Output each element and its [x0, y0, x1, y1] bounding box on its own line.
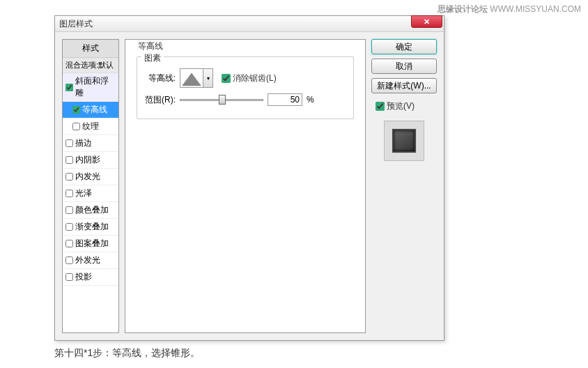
cancel-button[interactable]: 取消	[371, 59, 437, 74]
style-label: 渐变叠加	[75, 221, 109, 233]
style-label: 外发光	[75, 254, 100, 266]
style-item[interactable]: 渐变叠加	[63, 219, 118, 236]
dialog-body: 样式 混合选项:默认 斜面和浮雕等高线纹理描边内阴影内发光光泽颜色叠加渐变叠加图…	[55, 32, 444, 340]
style-label: 纹理	[82, 121, 99, 132]
contour-row: 等高线: ▾ 消除锯齿(L)	[144, 68, 346, 88]
watermark-bold: 思缘设计论坛	[438, 4, 488, 14]
style-label: 斜面和浮雕	[75, 75, 116, 99]
style-label: 颜色叠加	[75, 204, 109, 216]
contour-group: 等高线 图素 等高线: ▾ 消除锯齿	[131, 45, 359, 125]
watermark: 思缘设计论坛 WWW.MISSYUAN.COM	[438, 3, 581, 15]
style-checkbox[interactable]	[65, 273, 73, 281]
style-item[interactable]: 光泽	[63, 185, 118, 202]
style-checkbox[interactable]	[65, 84, 73, 91]
contour-label: 等高线:	[144, 72, 176, 84]
preview-thumbnail	[384, 121, 424, 161]
range-row: 范围(R): %	[144, 93, 346, 106]
caption: 第十四*1步：等高线，选择锥形。	[54, 347, 200, 360]
elements-group-label: 图素	[141, 52, 164, 64]
style-item[interactable]: 内阴影	[63, 152, 118, 169]
style-checkbox[interactable]	[72, 123, 80, 130]
style-item[interactable]: 图案叠加	[63, 236, 118, 252]
style-label: 等高线	[82, 104, 107, 116]
style-label: 投影	[75, 271, 92, 283]
style-checkbox[interactable]	[65, 139, 73, 147]
dialog-title: 图层样式	[59, 18, 93, 30]
right-column: 确定 取消 新建样式(W)... 预览(V)	[371, 39, 437, 333]
contour-picker[interactable]	[180, 68, 203, 88]
preview-checkbox-wrap[interactable]: 预览(V)	[376, 100, 437, 112]
style-checkbox[interactable]	[65, 206, 73, 214]
antialias-checkbox-wrap[interactable]: 消除锯齿(L)	[222, 72, 277, 84]
svg-marker-0	[182, 73, 201, 86]
contour-dropdown-arrow[interactable]: ▾	[203, 68, 213, 88]
style-label: 光泽	[75, 187, 92, 199]
layer-style-dialog: 图层样式 ✕ 样式 混合选项:默认 斜面和浮雕等高线纹理描边内阴影内发光光泽颜色…	[54, 15, 444, 341]
style-label: 内发光	[75, 171, 100, 183]
style-label: 描边	[75, 137, 92, 149]
style-item[interactable]: 颜色叠加	[63, 202, 118, 219]
preview-checkbox[interactable]	[376, 102, 385, 111]
style-checkbox[interactable]	[65, 256, 73, 264]
style-item[interactable]: 内发光	[63, 169, 118, 185]
style-item[interactable]: 纹理	[63, 118, 118, 135]
new-style-button[interactable]: 新建样式(W)...	[371, 78, 437, 93]
range-slider-thumb[interactable]	[219, 95, 226, 105]
style-label: 内阴影	[75, 154, 100, 166]
preview-swatch	[392, 129, 416, 153]
styles-header[interactable]: 样式	[63, 40, 118, 58]
style-checkbox[interactable]	[72, 106, 80, 114]
contour-group-label: 等高线	[135, 40, 166, 52]
elements-group: 图素 等高线: ▾ 消除锯齿(L)	[137, 56, 354, 119]
antialias-checkbox[interactable]	[222, 74, 231, 83]
style-checkbox[interactable]	[65, 156, 73, 164]
range-unit: %	[307, 95, 314, 105]
style-checkbox[interactable]	[65, 190, 73, 197]
range-input[interactable]	[268, 93, 302, 106]
style-item[interactable]: 投影	[63, 269, 118, 286]
range-label: 范围(R):	[144, 94, 176, 106]
style-item[interactable]: 外发光	[63, 252, 118, 269]
style-label: 图案叠加	[75, 238, 109, 250]
content-panel: 等高线 图素 等高线: ▾ 消除锯齿	[125, 39, 366, 333]
styles-panel: 样式 混合选项:默认 斜面和浮雕等高线纹理描边内阴影内发光光泽颜色叠加渐变叠加图…	[62, 39, 119, 333]
close-button[interactable]: ✕	[411, 15, 442, 28]
titlebar: 图层样式 ✕	[55, 16, 444, 32]
watermark-url: WWW.MISSYUAN.COM	[490, 4, 581, 14]
ok-button[interactable]: 确定	[371, 39, 437, 54]
preview-label: 预览(V)	[387, 100, 415, 112]
style-item[interactable]: 描边	[63, 135, 118, 152]
style-item[interactable]: 斜面和浮雕	[63, 73, 118, 102]
antialias-label: 消除锯齿(L)	[233, 72, 277, 84]
blend-options[interactable]: 混合选项:默认	[63, 58, 118, 73]
range-slider[interactable]	[180, 99, 263, 101]
style-checkbox[interactable]	[65, 223, 73, 231]
style-checkbox[interactable]	[65, 173, 73, 181]
style-item[interactable]: 等高线	[63, 102, 118, 118]
style-checkbox[interactable]	[65, 240, 73, 247]
